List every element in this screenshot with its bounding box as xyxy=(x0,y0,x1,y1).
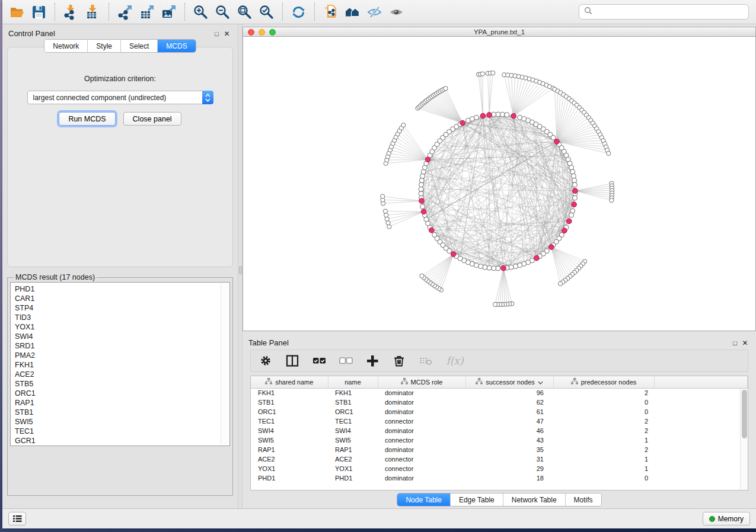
table-row[interactable]: FKH1FKH1dominator962 xyxy=(251,388,748,398)
table-row[interactable]: STB1STB1dominator620 xyxy=(251,398,748,407)
close-panel-button[interactable]: Close panel xyxy=(123,112,181,126)
split-view-icon[interactable] xyxy=(285,353,300,368)
cell[interactable]: 18 xyxy=(465,473,553,483)
panel-splitter[interactable] xyxy=(238,24,243,508)
cell[interactable]: dominator xyxy=(378,388,465,398)
select-all-checkboxes-icon[interactable] xyxy=(311,353,327,368)
cell[interactable]: STB1 xyxy=(328,398,378,407)
cell[interactable]: 47 xyxy=(465,416,553,426)
table-panel-close-button[interactable]: ✕ xyxy=(740,338,750,348)
mcds-node-item[interactable]: PMA2 xyxy=(15,351,229,360)
column-header-successor-nodes[interactable]: successor nodes xyxy=(465,376,553,388)
cell[interactable]: RAP1 xyxy=(328,445,378,454)
show-all-icon[interactable] xyxy=(385,2,407,22)
cell[interactable]: connector xyxy=(378,454,465,464)
table-row[interactable]: SWI4SWI4dominator462 xyxy=(251,426,748,435)
table-row[interactable]: ORC1ORC1dominator610 xyxy=(251,407,748,416)
cell[interactable]: 96 xyxy=(465,388,553,398)
cell[interactable]: SWI4 xyxy=(328,426,378,435)
mcds-node-item[interactable]: TID3 xyxy=(15,313,229,322)
import-network-icon[interactable] xyxy=(60,2,82,22)
cell[interactable]: FKH1 xyxy=(251,388,328,398)
hide-selected-icon[interactable] xyxy=(363,2,385,22)
cell[interactable]: 61 xyxy=(465,407,553,416)
mcds-node-item[interactable]: FKH1 xyxy=(15,360,229,370)
mcds-node-item[interactable]: YOX1 xyxy=(15,322,229,332)
memory-button[interactable]: Memory xyxy=(703,512,750,525)
cell[interactable]: ORC1 xyxy=(328,407,378,416)
clone-network-icon[interactable] xyxy=(320,2,342,22)
cell[interactable]: TEC1 xyxy=(328,416,378,426)
network-canvas[interactable] xyxy=(243,37,756,331)
mcds-node-item[interactable]: TEC1 xyxy=(15,427,229,436)
cell[interactable]: dominator xyxy=(378,445,465,454)
tab-edge-table[interactable]: Edge Table xyxy=(451,493,503,506)
cell[interactable]: ACE2 xyxy=(328,454,378,464)
table-panel-float-button[interactable]: □ xyxy=(730,338,740,348)
mcds-node-item[interactable]: ORC1 xyxy=(15,389,229,398)
table-row[interactable]: RAP1RAP1dominator352 xyxy=(251,445,748,454)
search-box[interactable] xyxy=(579,4,749,20)
mcds-node-item[interactable]: SRD1 xyxy=(15,341,229,351)
window-maximize-icon[interactable] xyxy=(269,29,276,36)
cell[interactable]: ACE2 xyxy=(251,454,328,464)
cell[interactable]: SWI5 xyxy=(328,435,378,445)
tab-style[interactable]: Style xyxy=(88,40,121,52)
cell[interactable]: 0 xyxy=(553,473,654,483)
cell[interactable]: dominator xyxy=(378,473,465,483)
cell[interactable]: SWI4 xyxy=(251,426,328,435)
cell[interactable]: 46 xyxy=(465,426,553,435)
mcds-node-item[interactable]: CAR1 xyxy=(15,294,229,303)
cell[interactable]: connector xyxy=(378,435,465,445)
table-row[interactable]: YOX1YOX1connector291 xyxy=(251,464,748,473)
function-builder-icon[interactable]: f(x) xyxy=(445,353,465,368)
mcds-node-item[interactable]: ACE2 xyxy=(15,370,229,379)
cell[interactable]: 31 xyxy=(465,454,553,464)
mcds-node-item[interactable]: GCR1 xyxy=(15,436,229,446)
cell[interactable]: dominator xyxy=(378,407,465,416)
mcds-node-item[interactable]: SWI5 xyxy=(15,417,229,427)
mcds-node-item[interactable]: STP4 xyxy=(15,303,229,313)
cell[interactable]: 1 xyxy=(553,435,654,445)
cell[interactable]: connector xyxy=(378,416,465,426)
cell[interactable]: 2 xyxy=(553,426,654,435)
open-session-icon[interactable] xyxy=(6,2,28,22)
export-network-icon[interactable] xyxy=(114,2,136,22)
table-settings-icon[interactable] xyxy=(258,353,273,368)
cell[interactable]: 2 xyxy=(553,388,654,398)
zoom-out-icon[interactable] xyxy=(212,2,234,22)
search-input[interactable] xyxy=(595,8,744,16)
tab-network-table[interactable]: Network Table xyxy=(503,493,566,506)
zoom-selected-icon[interactable] xyxy=(256,2,277,22)
cell[interactable]: 2 xyxy=(553,445,654,454)
cell[interactable]: dominator xyxy=(378,398,465,407)
zoom-in-icon[interactable] xyxy=(190,2,212,22)
control-panel-close-button[interactable]: ✕ xyxy=(222,29,232,39)
cell[interactable]: 35 xyxy=(465,445,553,454)
window-close-icon[interactable] xyxy=(248,29,254,36)
task-history-button[interactable] xyxy=(8,512,26,525)
mcds-result-list[interactable]: PHD1CAR1STP4TID3YOX1SWI4SRD1PMA2FKH1ACE2… xyxy=(10,282,230,446)
cell[interactable]: ORC1 xyxy=(251,407,328,416)
add-column-icon[interactable] xyxy=(365,353,380,368)
cell[interactable]: PHD1 xyxy=(328,473,378,483)
cell[interactable]: 0 xyxy=(553,398,654,407)
cell[interactable]: 43 xyxy=(465,435,553,445)
cell[interactable]: RAP1 xyxy=(251,445,328,454)
mcds-node-item[interactable]: STB1 xyxy=(15,408,229,417)
refresh-view-icon[interactable] xyxy=(288,2,310,22)
cell[interactable]: PHD1 xyxy=(251,473,328,483)
zoom-fit-icon[interactable] xyxy=(234,2,256,22)
import-table-icon[interactable] xyxy=(82,2,104,22)
tab-node-table[interactable]: Node Table xyxy=(397,493,451,506)
cell[interactable]: TEC1 xyxy=(251,416,328,426)
cell[interactable]: 0 xyxy=(553,407,654,416)
scrollbar-thumb[interactable] xyxy=(742,390,747,438)
table-scrollbar[interactable] xyxy=(740,389,748,490)
mcds-node-item[interactable]: RAP1 xyxy=(15,398,229,408)
cell[interactable]: YOX1 xyxy=(328,464,378,473)
tab-network[interactable]: Network xyxy=(44,40,88,52)
table-row[interactable]: TEC1TEC1connector472 xyxy=(251,416,748,426)
mcds-node-item[interactable]: SWI4 xyxy=(15,332,229,341)
tab-mcds[interactable]: MCDS xyxy=(158,40,195,52)
